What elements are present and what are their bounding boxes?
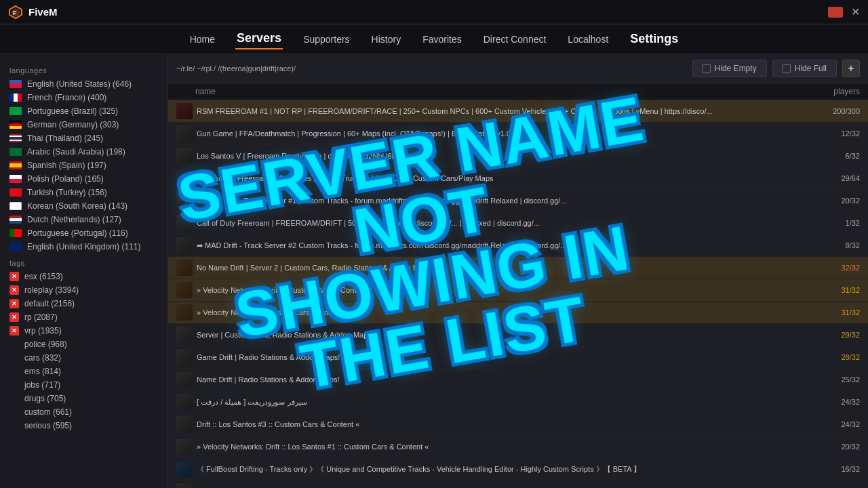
- server-players-cell: 29/64: [806, 174, 860, 182]
- table-row[interactable]: Gun Game | FFA/Deathmatch | Progression …: [168, 123, 868, 145]
- table-row[interactable]: Impulse99 | Freeroam | Minigames | Race …: [168, 167, 868, 190]
- filter-buttons: Hide Empty Hide Full +: [692, 60, 860, 77]
- hide-empty-button[interactable]: Hide Empty: [692, 60, 767, 77]
- nav-supporters[interactable]: Supporters: [302, 31, 351, 47]
- add-filter-button[interactable]: +: [842, 60, 860, 77]
- server-name-cell: » Velocity Networks: Drift :: Custom Car…: [197, 286, 806, 294]
- server-players-cell: 25/32: [806, 375, 860, 384]
- table-row[interactable]: Los Santos V | Freeroam Deathmatch | dis…: [168, 145, 868, 167]
- server-icon: [176, 394, 193, 410]
- server-icon: [176, 282, 193, 298]
- sidebar-item-arabic[interactable]: Arabic (Saudi Arabia) (198): [0, 145, 167, 159]
- hide-full-button[interactable]: Hide Full: [772, 60, 837, 77]
- server-name-cell: No Name Drift | Server 2 | Custom Cars, …: [197, 264, 806, 272]
- sidebar-item-polish[interactable]: Polish (Poland) (165): [0, 172, 167, 186]
- sidebar-tag-default[interactable]: ✕ default (2156): [0, 297, 167, 310]
- flag-fr: [9, 94, 22, 102]
- tag-rp-label: rp (2087): [24, 312, 58, 322]
- server-players-cell: 12/32: [806, 129, 860, 138]
- nav-history[interactable]: History: [370, 31, 403, 47]
- lang-dutch: Dutch (Netherlands) (127): [27, 215, 121, 224]
- languages-header: languages: [0, 61, 167, 77]
- sidebar-item-turkish[interactable]: Turkish (Turkey) (156): [0, 186, 167, 199]
- server-players-cell: 32/32: [806, 264, 860, 272]
- table-row[interactable]: » Velocity Networks: Custom Cars & Conte…: [168, 302, 868, 324]
- sidebar-item-spanish[interactable]: Spanish (Spain) (197): [0, 159, 167, 172]
- table-row[interactable]: » Velocity Networks: Drift :: Los Santos…: [168, 436, 868, 458]
- table-row[interactable]: Name Drift | Radio Stations & Addon Maps…: [168, 369, 868, 391]
- table-row[interactable]: Server | Custom Cars, Radio Stations & A…: [168, 324, 868, 346]
- lang-portuguese-br: Portuguese (Brazil) (325): [27, 106, 118, 116]
- server-name-cell: » Velocity Networks: Drift :: Los Santos…: [197, 443, 806, 451]
- sidebar-tag-police[interactable]: police (968): [0, 338, 167, 351]
- sidebar-tag-drugs[interactable]: drugs (705): [0, 392, 167, 405]
- hide-empty-label: Hide Empty: [715, 64, 757, 73]
- server-icon: [176, 215, 193, 231]
- lang-german: German (Germany) (303): [27, 120, 119, 129]
- sidebar-tag-serious[interactable]: serious (595): [0, 419, 167, 432]
- sidebar-tag-rp[interactable]: ✕ rp (2087): [0, 310, 167, 324]
- sidebar-item-thai[interactable]: Thai (Thailand) (245): [0, 131, 167, 145]
- sidebar-item-english-uk[interactable]: English (United Kingdom) (111): [0, 240, 167, 253]
- server-icon: [176, 416, 193, 432]
- sidebar-item-dutch[interactable]: Dutch (Netherlands) (127): [0, 213, 167, 226]
- table-row[interactable]: No Name Drift | Server 2 | Custom Cars, …: [168, 257, 868, 279]
- table-row[interactable]: ➡ MAD Drift - Track Server #1 Custom Tra…: [168, 190, 868, 212]
- table-row[interactable]: Call of Duty Freeroam | FREEROAM/DRIFT |…: [168, 212, 868, 235]
- table-row[interactable]: Game Drift | Radio Stations & Addon Maps…: [168, 346, 868, 369]
- server-icon: [176, 483, 193, 488]
- sidebar-item-portuguese-br[interactable]: Portuguese (Brazil) (325): [0, 104, 167, 118]
- server-name-cell: » Velocity Networks: Custom Cars & Conte…: [197, 308, 806, 317]
- sidebar-item-french[interactable]: French (France) (400): [0, 91, 167, 104]
- table-row[interactable]: [ هميلة / درفت ] سيرفر سورودريفت24/32: [168, 391, 868, 413]
- sidebar-tag-jobs[interactable]: jobs (717): [0, 378, 167, 392]
- server-icon: [176, 304, 193, 321]
- server-players-cell: 6/32: [806, 152, 860, 160]
- table-row[interactable]: » Velocity Networks: Drift :: Custom Car…: [168, 279, 868, 302]
- sidebar-tag-esx[interactable]: ✕ esx (6153): [0, 270, 167, 283]
- sidebar: languages English (United States) (646) …: [0, 54, 168, 488]
- tag-roleplay-label: roleplay (3394): [24, 285, 79, 295]
- sidebar-item-portuguese-pt[interactable]: Portuguese (Portugal) (116): [0, 226, 167, 240]
- close-button[interactable]: ✕: [851, 5, 860, 18]
- content-toolbar: ~/r.le/ ~/rpl./ /(freeroa|gun|drift|race…: [168, 54, 868, 83]
- server-players-cell: 24/32: [806, 398, 860, 406]
- flag-pt: [9, 229, 22, 237]
- sidebar-item-english-us[interactable]: English (United States) (646): [0, 77, 167, 91]
- sidebar-tag-cars[interactable]: cars (832): [0, 351, 167, 365]
- nav-localhost[interactable]: Localhost: [566, 31, 610, 47]
- server-icon: [176, 327, 193, 343]
- lang-arabic: Arabic (Saudi Arabia) (198): [27, 147, 125, 157]
- sidebar-item-german[interactable]: German (Germany) (303): [0, 118, 167, 131]
- nav-home[interactable]: Home: [189, 31, 216, 47]
- tag-dot-icon-4: [9, 380, 19, 390]
- server-players-cell: 31/32: [806, 308, 860, 317]
- sidebar-item-korean[interactable]: Korean (South Korea) (143): [0, 199, 167, 213]
- nav-servers[interactable]: Servers: [235, 28, 283, 49]
- tag-ems-label: ems (814): [24, 367, 61, 376]
- nav-direct-connect[interactable]: Direct Connect: [482, 31, 548, 47]
- lang-turkish: Turkish (Turkey) (156): [27, 188, 107, 197]
- sidebar-tag-ems[interactable]: ems (814): [0, 365, 167, 378]
- nav-favorites[interactable]: Favorites: [421, 31, 463, 47]
- table-row[interactable]: 《 FullBoost Drifting - Tracks only 》《 Un…: [168, 458, 868, 481]
- sidebar-tag-roleplay[interactable]: ✕ roleplay (3394): [0, 283, 167, 297]
- nav-settings[interactable]: Settings: [629, 29, 679, 49]
- table-row[interactable]: » Velocity Networks: Drift :: Tracks #2 …: [168, 481, 868, 488]
- server-name-cell: Gun Game | FFA/Deathmatch | Progression …: [197, 129, 806, 138]
- flag-br: [9, 107, 22, 115]
- server-icon: [176, 260, 193, 276]
- sidebar-tag-vrp[interactable]: ✕ vrp (1935): [0, 324, 167, 338]
- table-row[interactable]: RSM FREEROAM #1 | NOT RP | FREEROAM/DRIF…: [168, 100, 868, 123]
- tag-dot-icon: [9, 340, 19, 349]
- table-row[interactable]: Drift :: Los Santos #3 :: Custom Cars & …: [168, 413, 868, 436]
- server-players-cell: 8/32: [806, 241, 860, 249]
- tag-jobs-label: jobs (717): [24, 380, 60, 390]
- sidebar-tag-custom[interactable]: custom (661): [0, 405, 167, 419]
- main-content: languages English (United States) (646) …: [0, 54, 868, 488]
- server-name-cell: Game Drift | Radio Stations & Addon Maps…: [197, 353, 806, 361]
- tag-vrp-label: vrp (1935): [24, 326, 62, 336]
- tag-drugs-label: drugs (705): [24, 394, 66, 403]
- flag-de: [9, 121, 22, 129]
- table-row[interactable]: ➡ MAD Drift - Track Server #2 Custom Tra…: [168, 235, 868, 257]
